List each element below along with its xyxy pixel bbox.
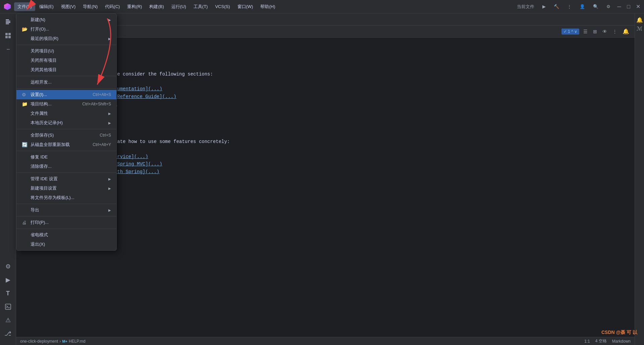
menu-edit[interactable]: 编辑(E) (36, 2, 57, 11)
settings-btn[interactable]: ⚙ (604, 3, 612, 10)
svg-rect-7 (8, 36, 11, 38)
menu-window[interactable]: 窗口(W) (234, 2, 257, 11)
print-icon: 🖨 (22, 220, 29, 225)
menu-file[interactable]: 文件(F) (14, 2, 35, 11)
menu-vcs[interactable]: VCS(S) (212, 3, 233, 10)
file-properties-arrow: ▶ (108, 112, 111, 115)
local-history-label: 本地历史记录(H) (31, 120, 106, 126)
main-layout: ··· ⚙ ▶ T ⚠ ⎇ 新建(N) ▶ (0, 13, 644, 345)
menu-close-other-item[interactable]: 关闭其他项目 (16, 65, 116, 75)
toolbar-split-btn[interactable]: ⊞ (592, 28, 598, 36)
activity-git-icon[interactable]: ⎇ (2, 328, 14, 340)
divider-8 (16, 216, 116, 216)
menu-repair-ide-item[interactable]: 修复 IDE (16, 152, 116, 162)
activity-run-icon[interactable]: ▶ (2, 274, 14, 286)
menu-project-structure-item[interactable]: 📁 项目结构... Ctrl+Alt+Shift+S (16, 99, 116, 109)
divider-9 (16, 229, 116, 229)
menu-tools[interactable]: 工具(T) (190, 2, 211, 11)
current-file-btn[interactable]: 当前文件 (515, 3, 536, 10)
toolbar-preview-btn[interactable]: 👁 (601, 28, 608, 36)
menu-file-properties-item[interactable]: 文件属性 ▶ (16, 109, 116, 118)
notifications-btn[interactable]: 🔔 (621, 27, 631, 36)
menu-reload-item[interactable]: 🔄 从磁盘全部重新加载 Ctrl+Alt+Y (16, 140, 116, 149)
activity-terminal-icon[interactable] (2, 301, 14, 313)
code-line-3: ### Reference Documentation (38, 55, 629, 63)
toolbar-list-view-btn[interactable]: ☰ (582, 28, 589, 36)
recent-label: 最近的项目(R) (31, 36, 106, 42)
logo-shape (4, 3, 11, 10)
right-sidebar-icon-2[interactable]: ℳ (636, 25, 643, 32)
code-line-13 (38, 131, 629, 138)
code-content[interactable]: # Getting Started ### Reference Document… (33, 38, 635, 337)
activity-problems-icon[interactable]: ⚠ (2, 314, 14, 326)
right-sidebar-icon-1[interactable]: 🔔 (636, 16, 643, 23)
menu-exit-item[interactable]: 退出(X) (16, 240, 116, 249)
manage-ide-label: 管理 IDE 设置 (31, 176, 106, 182)
more-actions-btn[interactable]: ⋮ (565, 3, 574, 10)
settings-label: 设置(I)... (31, 92, 87, 98)
menu-run[interactable]: 运行(U) (168, 2, 190, 11)
reload-label: 从磁盘全部重新加载 (31, 142, 87, 148)
save-all-shortcut: Ctrl+S (100, 133, 111, 138)
build-btn[interactable]: 🔨 (552, 3, 561, 10)
code-line-10: * [Spring Web](...) (38, 108, 629, 115)
close-project-label: 关闭项目(U) (31, 48, 111, 54)
menu-save-all-item[interactable]: 全部保存(S) Ctrl+S (16, 131, 116, 140)
code-line-5: For further reference, please consider t… (38, 70, 629, 78)
file-dropdown-menu: 新建(N) ▶ 📂 打开(O)... 最近的项目(R) ▶ 关闭项目(U) (16, 13, 117, 251)
menu-new-project-settings-item[interactable]: 新建项目设置 ▶ (16, 184, 116, 193)
menu-build[interactable]: 构建(B) (146, 2, 167, 11)
menu-help[interactable]: 帮助(H) (257, 2, 278, 11)
search-btn[interactable]: 🔍 (591, 3, 600, 10)
status-line-col: 1:1 (584, 339, 590, 344)
save-all-label: 全部保存(S) (31, 132, 94, 138)
run-btn[interactable]: ▶ (540, 3, 548, 10)
menu-settings-item[interactable]: ⚙ 设置(I)... Ctrl+Alt+S (16, 90, 116, 99)
close-btn[interactable]: ✕ (635, 4, 641, 9)
local-history-arrow: ▶ (108, 121, 111, 125)
account-btn[interactable]: 👤 (578, 3, 587, 10)
menu-recent-item[interactable]: 最近的项目(R) ▶ (16, 34, 116, 43)
menu-print-item[interactable]: 🖨 打印(P)... (16, 218, 116, 227)
activity-text-icon[interactable]: T (2, 287, 14, 299)
menu-code[interactable]: 代码(C) (102, 2, 123, 11)
menu-local-history-item[interactable]: 本地历史记录(H) ▶ (16, 118, 116, 128)
svg-rect-6 (5, 36, 8, 38)
menu-refactor[interactable]: 重构(R) (124, 2, 145, 11)
export-arrow: ▶ (108, 208, 111, 212)
activity-more-icon[interactable]: ··· (2, 43, 14, 55)
menu-invalidate-cache-item[interactable]: 清除缓存... (16, 162, 116, 171)
menu-export-item[interactable]: 导出 ▶ (16, 205, 116, 215)
new-project-settings-label: 新建项目设置 (31, 185, 106, 191)
activity-files-icon[interactable] (2, 16, 14, 28)
remote-dev-label: 远程开发... (31, 79, 111, 85)
menu-save-as-template-item[interactable]: 将文件另存为模板(L)... (16, 193, 116, 202)
code-line-8: * [Spring Boot Maven Plugin Reference Gu… (38, 93, 629, 100)
svg-rect-1 (6, 21, 10, 21)
project-structure-shortcut: Ctrl+Alt+Shift+S (82, 102, 111, 106)
divider-4 (16, 129, 116, 129)
menu-close-project-item[interactable]: 关闭项目(U) (16, 46, 116, 56)
menu-new-item[interactable]: 新建(N) ▶ (16, 15, 116, 24)
divider-1 (16, 45, 116, 45)
menu-open-item[interactable]: 📂 打开(O)... (16, 24, 116, 34)
check-badge[interactable]: ✓ 1 ^ ∨ (561, 29, 579, 35)
maximize-btn[interactable]: □ (626, 4, 631, 9)
menu-power-save-item[interactable]: 省电模式 (16, 230, 116, 240)
menu-navigate[interactable]: 导航(N) (79, 2, 101, 11)
file-properties-label: 文件属性 (31, 110, 106, 116)
menu-close-all-item[interactable]: 关闭所有项目 (16, 56, 116, 65)
toolbar-more-btn[interactable]: ⋮ (611, 28, 619, 36)
reload-icon: 🔄 (22, 142, 29, 147)
activity-plugins-icon[interactable] (2, 30, 14, 42)
print-label: 打印(P)... (31, 219, 111, 226)
code-line-12: ### Guides (38, 123, 629, 130)
menu-manage-ide-item[interactable]: 管理 IDE 设置 ▶ (16, 174, 116, 184)
menu-remote-dev-item[interactable]: 远程开发... (16, 78, 116, 87)
new-project-settings-arrow: ▶ (108, 187, 111, 190)
code-line-14: The following guides illustrate how to u… (38, 138, 629, 145)
menu-view[interactable]: 视图(V) (58, 2, 79, 11)
activity-gear-icon[interactable]: ⚙ (2, 260, 14, 273)
code-line-18: * [Building REST services with Spring](.… (38, 168, 629, 176)
minimize-btn[interactable]: ─ (616, 4, 622, 9)
